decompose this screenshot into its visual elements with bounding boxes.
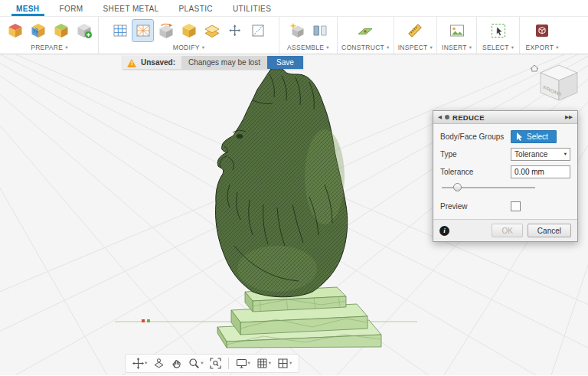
tolerance-slider-thumb[interactable] xyxy=(453,183,462,191)
origin-x-handle xyxy=(142,319,145,322)
select-tool-button[interactable] xyxy=(488,20,508,41)
tab-form[interactable]: FORM xyxy=(50,1,93,16)
chevron-down-icon: ▾ xyxy=(269,361,271,366)
ribbon-group-label-inspect[interactable]: INSPECT ▾ xyxy=(398,42,433,51)
save-button-label: Save xyxy=(276,58,294,67)
insert-mesh-button[interactable] xyxy=(74,20,94,41)
hand-icon xyxy=(171,358,182,369)
dialog-grip-icon xyxy=(445,115,449,119)
grid-icon xyxy=(256,358,268,369)
group-label-text: SELECT xyxy=(482,44,509,51)
insert-image-icon xyxy=(449,22,466,39)
warning-message-text: Changes may be lost xyxy=(188,58,260,67)
plane-cut-button[interactable] xyxy=(201,20,222,41)
origin-y-handle xyxy=(147,319,150,322)
ribbon-group-label-prepare[interactable]: PREPARE ▾ xyxy=(5,42,94,51)
chevron-down-icon: ▾ xyxy=(202,45,205,51)
look-at-button[interactable] xyxy=(151,356,167,371)
select-button-label: Select xyxy=(527,132,548,141)
dialog-title: REDUCE xyxy=(452,113,562,122)
dialog-expand-icon[interactable]: ▶▶ xyxy=(565,114,573,120)
measure-button[interactable] xyxy=(405,20,426,41)
ok-button[interactable]: OK xyxy=(492,224,522,237)
magnifier-icon xyxy=(188,358,200,369)
reduce-dialog: ◀ REDUCE ▶▶ Body/Face Groups Select Type… xyxy=(433,110,578,242)
ribbon-group-label-export[interactable]: EXPORT ▾ xyxy=(524,42,560,51)
view-cube[interactable]: FRONT xyxy=(528,60,583,108)
generate-face-groups-icon xyxy=(7,22,24,39)
cancel-button[interactable]: Cancel xyxy=(528,224,571,237)
remesh-button[interactable] xyxy=(109,20,130,41)
type-dropdown[interactable]: Tolerance ▾ xyxy=(511,148,570,161)
pan-button[interactable]: ▾ xyxy=(130,356,149,371)
group-label-text: INSERT xyxy=(442,44,467,51)
make-closed-mesh-button[interactable] xyxy=(155,20,176,41)
repair-mesh-icon xyxy=(30,22,47,39)
group-label-text: ASSEMBLE xyxy=(287,44,324,51)
tab-mesh[interactable]: MESH xyxy=(6,1,50,16)
join-button[interactable] xyxy=(309,20,330,41)
chevron-down-icon: ▾ xyxy=(556,45,559,51)
display-settings-button[interactable]: ▾ xyxy=(234,356,253,371)
3d-print-icon xyxy=(534,22,550,39)
view-cube-graphic: FRONT xyxy=(528,60,583,108)
reduce-dialog-footer: i OK Cancel xyxy=(433,219,577,241)
ribbon-group-label-insert[interactable]: INSERT ▾ xyxy=(441,42,472,51)
group-label-text: CONSTRUCT xyxy=(341,44,384,51)
home-icon xyxy=(531,65,538,71)
pan-arrows-icon xyxy=(132,358,144,369)
info-icon[interactable]: i xyxy=(439,226,449,236)
look-at-icon xyxy=(153,358,165,369)
chevron-down-icon: ▾ xyxy=(65,45,68,51)
unsaved-warning-bar: ! Unsaved: Changes may be lost Save xyxy=(122,56,303,69)
3d-viewport[interactable]: ! Unsaved: Changes may be lost Save FRON… xyxy=(0,54,588,375)
viewports-button[interactable]: ▾ xyxy=(275,356,294,371)
construct-plane-button[interactable] xyxy=(355,20,376,41)
tab-label: MESH xyxy=(16,5,40,13)
tab-utilities[interactable]: UTILITIES xyxy=(223,1,281,16)
save-button[interactable]: Save xyxy=(267,56,303,69)
fit-button[interactable] xyxy=(207,356,224,371)
ribbon-group-label-construct[interactable]: CONSTRUCT ▾ xyxy=(341,42,390,51)
erase-and-fill-button[interactable] xyxy=(247,20,268,41)
tab-sheet-metal[interactable]: SHEET METAL xyxy=(93,1,169,16)
ribbon-group-label-select[interactable]: SELECT ▾ xyxy=(481,42,515,51)
dialog-collapse-icon[interactable]: ◀ xyxy=(438,114,442,120)
move-icon xyxy=(227,22,243,39)
ribbon-group-select: SELECT ▾ xyxy=(477,17,520,54)
generate-face-groups-button[interactable] xyxy=(5,20,25,41)
chevron-down-icon: ▾ xyxy=(564,152,567,157)
reduce-button[interactable] xyxy=(132,20,153,41)
pan-hand-button[interactable] xyxy=(168,356,185,371)
convert-mesh-icon xyxy=(53,22,70,39)
ribbon-group-label-modify[interactable]: MODIFY ▾ xyxy=(103,42,275,51)
chevron-down-icon: ▾ xyxy=(326,45,329,51)
zoom-button[interactable]: ▾ xyxy=(186,356,205,371)
preview-checkbox[interactable] xyxy=(511,201,521,211)
reduce-dialog-header[interactable]: ◀ REDUCE ▶▶ xyxy=(433,111,577,124)
move-button[interactable] xyxy=(224,20,245,41)
ribbon-group-label-assemble[interactable]: ASSEMBLE ▾ xyxy=(283,42,333,51)
body-face-groups-select-button[interactable]: Select xyxy=(511,130,557,143)
3d-print-button[interactable] xyxy=(532,20,553,41)
chevron-down-icon: ▾ xyxy=(248,361,250,366)
join-icon xyxy=(312,22,328,39)
ribbon-group-assemble: ASSEMBLE ▾ xyxy=(279,17,338,54)
combine-button[interactable] xyxy=(178,20,199,41)
tolerance-slider[interactable] xyxy=(442,182,535,193)
grid-and-snaps-button[interactable]: ▾ xyxy=(254,356,273,371)
tab-label: PLASTIC xyxy=(178,5,212,13)
type-label: Type xyxy=(440,150,511,159)
new-component-button[interactable] xyxy=(286,20,307,41)
convert-mesh-button[interactable] xyxy=(51,20,71,41)
insert-canvas-button[interactable] xyxy=(446,20,467,41)
repair-mesh-button[interactable] xyxy=(28,20,48,41)
tolerance-input[interactable] xyxy=(511,165,570,178)
display-settings-icon xyxy=(236,358,247,369)
ribbon-group-prepare: PREPARE ▾ xyxy=(1,17,99,54)
tab-plastic[interactable]: PLASTIC xyxy=(168,1,222,16)
group-label-text: MODIFY xyxy=(173,44,200,51)
warning-message: Changes may be lost xyxy=(181,56,267,69)
warning-title-text: Unsaved: xyxy=(141,58,175,67)
workspace-tab-bar: MESH FORM SHEET METAL PLASTIC UTILITIES xyxy=(0,0,588,17)
